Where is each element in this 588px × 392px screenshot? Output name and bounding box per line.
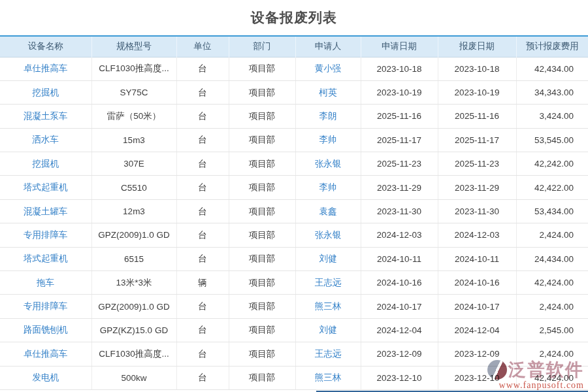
equipment-name-link[interactable]: 卓仕推高车 (0, 342, 91, 366)
model-cell: 500kw (91, 366, 176, 389)
scrap-date-cell: 2024-12-03 (438, 223, 516, 247)
applicant-link[interactable]: 李帅 (295, 128, 361, 152)
equipment-name-link[interactable]: 塔式起重机 (0, 176, 91, 199)
applicant-link[interactable]: 王志远 (295, 271, 361, 295)
scrap-date-cell: 2025-11-17 (438, 128, 516, 152)
apply-date-cell: 2023-12-09 (361, 342, 438, 366)
model-cell: 6515 (91, 247, 176, 270)
cost-cell: 42,434.00 (516, 57, 588, 80)
apply-date-cell: 2025-11-17 (361, 128, 438, 152)
cost-cell: 3,424.00 (516, 105, 588, 128)
equipment-name-link[interactable]: 混凝土泵车 (0, 105, 91, 128)
model-cell: GPZ(2009)1.0 GD (91, 223, 176, 247)
header-row: 设备名称 规格型号 单位 部门 申请人 申请日期 报废日期 预计报废费用 (0, 36, 588, 57)
table-body: 卓仕推高车CLF1030推高度...台项目部黄小强2023-10-182023-… (0, 57, 588, 389)
model-cell: C5510 (91, 176, 176, 199)
unit-cell: 台 (176, 57, 229, 80)
equipment-name-link[interactable]: 专用排障车 (0, 223, 91, 247)
unit-cell: 台 (176, 105, 229, 128)
table-row: 专用排障车GPZ(2009)1.0 GD台项目部张永银2024-12-03202… (0, 223, 588, 247)
table-row: 洒水车15m3台项目部李帅2025-11-172025-11-1753,545.… (0, 128, 588, 152)
applicant-link[interactable]: 柯英 (295, 80, 361, 104)
cost-cell: 42,424.00 (516, 366, 588, 389)
model-cell: SY75C (91, 80, 176, 104)
applicant-link[interactable]: 刘健 (295, 318, 361, 342)
table-row: 卓仕推高车CLF1030推高度...台项目部黄小强2023-10-182023-… (0, 57, 588, 80)
applicant-link[interactable]: 张永银 (295, 152, 361, 176)
department-cell: 项目部 (229, 366, 295, 389)
header-department: 部门 (229, 36, 295, 57)
apply-date-cell: 2024-10-17 (361, 295, 438, 318)
scrap-date-cell: 2024-10-17 (438, 295, 516, 318)
department-cell: 项目部 (229, 128, 295, 152)
equipment-scrap-table: 设备名称 规格型号 单位 部门 申请人 申请日期 报废日期 预计报废费用 卓仕推… (0, 35, 588, 390)
cost-cell: 2,545.00 (516, 318, 588, 342)
cost-cell: 42,242.00 (516, 152, 588, 176)
scrap-date-cell: 2024-10-16 (438, 271, 516, 295)
applicant-link[interactable]: 熊三林 (295, 295, 361, 318)
equipment-name-link[interactable]: 塔式起重机 (0, 247, 91, 270)
apply-date-cell: 2024-10-16 (361, 271, 438, 295)
department-cell: 项目部 (229, 80, 295, 104)
scrap-date-cell: 2025-11-23 (438, 152, 516, 176)
cost-cell: 2,424.00 (516, 342, 588, 366)
table-header: 设备名称 规格型号 单位 部门 申请人 申请日期 报废日期 预计报废费用 (0, 36, 588, 57)
applicant-link[interactable]: 李朗 (295, 105, 361, 128)
page-title: 设备报废列表 (251, 8, 337, 27)
apply-date-cell: 2023-11-30 (361, 199, 438, 223)
department-cell: 项目部 (229, 318, 295, 342)
model-cell: 13米*3米 (91, 271, 176, 295)
unit-cell: 台 (176, 247, 229, 270)
apply-date-cell: 2024-10-11 (361, 247, 438, 270)
cost-cell: 53,434.00 (516, 199, 588, 223)
scrap-date-cell: 2023-10-19 (438, 80, 516, 104)
equipment-name-link[interactable]: 混凝土罐车 (0, 199, 91, 223)
unit-cell: 台 (176, 128, 229, 152)
model-cell: 15m3 (91, 128, 176, 152)
equipment-name-link[interactable]: 挖掘机 (0, 80, 91, 104)
table-row: 路面铣刨机GPZ(KZ)15.0 GD台项目部刘健2024-12-042024-… (0, 318, 588, 342)
department-cell: 项目部 (229, 105, 295, 128)
apply-date-cell: 2025-11-16 (361, 105, 438, 128)
model-cell: GPZ(KZ)15.0 GD (91, 318, 176, 342)
header-applicant: 申请人 (295, 36, 361, 57)
unit-cell: 台 (176, 176, 229, 199)
equipment-name-link[interactable]: 洒水车 (0, 128, 91, 152)
equipment-name-link[interactable]: 路面铣刨机 (0, 318, 91, 342)
cost-cell: 42,422.00 (516, 176, 588, 199)
scrap-date-cell: 2025-11-16 (438, 105, 516, 128)
unit-cell: 台 (176, 366, 229, 389)
unit-cell: 台 (176, 199, 229, 223)
equipment-name-link[interactable]: 专用排障车 (0, 295, 91, 318)
scrap-date-cell: 2024-12-04 (438, 318, 516, 342)
department-cell: 项目部 (229, 152, 295, 176)
applicant-link[interactable]: 袁鑫 (295, 199, 361, 223)
model-cell: CLF1030推高度... (91, 57, 176, 80)
applicant-link[interactable]: 刘健 (295, 247, 361, 270)
model-cell: CLF1030推高度... (91, 342, 176, 366)
table-row: 专用排障车GPZ(2009)1.0 GD台项目部熊三林2024-10-17202… (0, 295, 588, 318)
apply-date-cell: 2024-12-04 (361, 318, 438, 342)
equipment-name-link[interactable]: 卓仕推高车 (0, 57, 91, 80)
table-row: 塔式起重机6515台项目部刘健2024-10-112024-10-1124,43… (0, 247, 588, 270)
unit-cell: 台 (176, 152, 229, 176)
apply-date-cell: 2023-12-10 (361, 366, 438, 389)
table-row: 卓仕推高车CLF1030推高度...台项目部王志远2023-12-092023-… (0, 342, 588, 366)
scrap-date-cell: 2023-11-30 (438, 199, 516, 223)
model-cell: 12m3 (91, 199, 176, 223)
apply-date-cell: 2025-11-23 (361, 152, 438, 176)
applicant-link[interactable]: 熊三林 (295, 366, 361, 389)
applicant-link[interactable]: 张永银 (295, 223, 361, 247)
applicant-link[interactable]: 黄小强 (295, 57, 361, 80)
table-row: 挖掘机307E台项目部张永银2025-11-232025-11-2342,242… (0, 152, 588, 176)
unit-cell: 辆 (176, 271, 229, 295)
table-row: 挖掘机SY75C台项目部柯英2023-10-192023-10-1934,343… (0, 80, 588, 104)
cost-cell: 24,434.00 (516, 247, 588, 270)
equipment-name-link[interactable]: 挖掘机 (0, 152, 91, 176)
equipment-name-link[interactable]: 拖车 (0, 271, 91, 295)
unit-cell: 台 (176, 223, 229, 247)
table-row: 拖车13米*3米辆项目部王志远2024-10-162024-10-1642,42… (0, 271, 588, 295)
applicant-link[interactable]: 王志远 (295, 342, 361, 366)
equipment-name-link[interactable]: 发电机 (0, 366, 91, 389)
applicant-link[interactable]: 李帅 (295, 176, 361, 199)
